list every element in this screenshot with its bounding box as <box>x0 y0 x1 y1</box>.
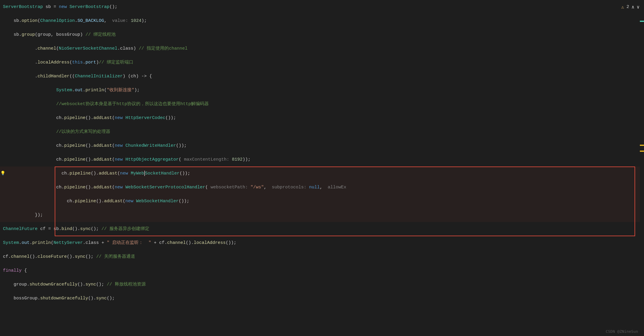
code-line-13: 💡 ch.pipeline().addLast(new MyWebSocketH… <box>0 167 644 180</box>
code-line-15: ch.pipeline().addLast(new WebSocketHandl… <box>0 194 644 208</box>
code-line-1: ServerBootstrap sb = new ServerBootstrap… <box>0 0 644 14</box>
code-line-9: ch.pipeline().addLast(new HttpServerCode… <box>0 111 644 125</box>
line-content-3: sb.group(group, bossGroup) // 绑定线程池 <box>3 28 641 42</box>
warning-up-arrow[interactable]: ∧ <box>632 4 635 10</box>
line-content-21: group.shutdownGracefully().sync(); // 释放… <box>3 278 641 291</box>
line-content-13: ch.pipeline().addLast(new MyWebSocketHan… <box>3 167 641 180</box>
line-content-18: System.out.println(NettyServer.class + "… <box>3 236 641 250</box>
line-content-1: ServerBootstrap sb = new ServerBootstrap… <box>3 0 641 14</box>
line-content-22: bossGroup.shutdownGracefully().sync(); <box>3 291 641 305</box>
scroll-mark-yellow-2 <box>640 151 644 152</box>
code-line-16: }); <box>0 208 644 222</box>
line-content-12: ch.pipeline().addLast(new HttpObjectAggr… <box>3 153 641 167</box>
scrollbar-area[interactable] <box>640 0 644 336</box>
code-line-8: //websocket协议本身是基于http协议的，所以这边也要使用http解编… <box>0 97 644 111</box>
code-line-7: System.out.println("收到新连接"); <box>0 83 644 97</box>
code-line-18: System.out.println(NettyServer.class + "… <box>0 236 644 250</box>
line-content-14: ch.pipeline().addLast(new WebSocketServe… <box>3 180 641 194</box>
line-content-8: //websocket协议本身是基于http协议的，所以这边也要使用http解编… <box>3 97 641 111</box>
code-line-12: ch.pipeline().addLast(new HttpObjectAggr… <box>0 153 644 167</box>
code-line-19: cf.channel().closeFuture().sync(); // 关闭… <box>0 250 644 264</box>
code-line-14: ch.pipeline().addLast(new WebSocketServe… <box>0 180 644 194</box>
code-line-2: sb.option(ChannelOption.SO_BACKLOG, valu… <box>0 14 644 28</box>
line-content-17: ChannelFuture cf = sb.bind().sync(); // … <box>3 222 641 236</box>
line-content-2: sb.option(ChannelOption.SO_BACKLOG, valu… <box>3 14 641 28</box>
line-content-20: finally { <box>3 264 641 278</box>
line-content-7: System.out.println("收到新连接"); <box>3 83 641 97</box>
code-line-10: //以块的方式来写的处理器 <box>0 125 644 139</box>
code-line-3: sb.group(group, bossGroup) // 绑定线程池 <box>0 28 644 42</box>
code-editor: ⚠ 2 ∧ ∨ ServerBootstrap sb = new ServerB… <box>0 0 644 336</box>
warning-down-arrow[interactable]: ∨ <box>637 4 640 10</box>
watermark: CSDN @ZNineSun <box>606 329 638 334</box>
line-content-4: .channel(NioServerSocketChannel.class) /… <box>3 42 641 56</box>
code-line-6: .childHandler((ChannelInitializer) (ch) … <box>0 69 644 83</box>
code-line-22: bossGroup.shutdownGracefully().sync(); <box>0 291 644 305</box>
warning-bar[interactable]: ⚠ 2 ∧ ∨ <box>621 0 644 14</box>
scroll-mark-yellow-1 <box>640 145 644 146</box>
line-content-19: cf.channel().closeFuture().sync(); // 关闭… <box>3 250 641 264</box>
scroll-mark-green <box>640 21 644 22</box>
line-content-5: .localAddress(this.port)// 绑定监听端口 <box>3 56 641 69</box>
line-content-11: ch.pipeline().addLast(new ChunkedWriteHa… <box>3 139 641 153</box>
warning-count: 2 <box>627 4 629 9</box>
code-line-17: ChannelFuture cf = sb.bind().sync(); // … <box>0 222 644 236</box>
code-line-5: .localAddress(this.port)// 绑定监听端口 <box>0 56 644 69</box>
line-content-9: ch.pipeline().addLast(new HttpServerCode… <box>3 111 641 125</box>
line-content-15: ch.pipeline().addLast(new WebSocketHandl… <box>3 194 641 208</box>
code-line-4: .channel(NioServerSocketChannel.class) /… <box>0 42 644 56</box>
code-line-21: group.shutdownGracefully().sync(); // 释放… <box>0 278 644 291</box>
left-lightbulb-indicator[interactable]: 💡 <box>0 167 5 180</box>
line-content-16: }); <box>3 208 641 222</box>
warning-icon: ⚠ <box>621 4 624 10</box>
line-content-6: .childHandler((ChannelInitializer) (ch) … <box>3 69 641 83</box>
code-line-11: ch.pipeline().addLast(new ChunkedWriteHa… <box>0 139 644 153</box>
line-content-10: //以块的方式来写的处理器 <box>3 125 641 139</box>
code-line-20: finally { <box>0 264 644 278</box>
